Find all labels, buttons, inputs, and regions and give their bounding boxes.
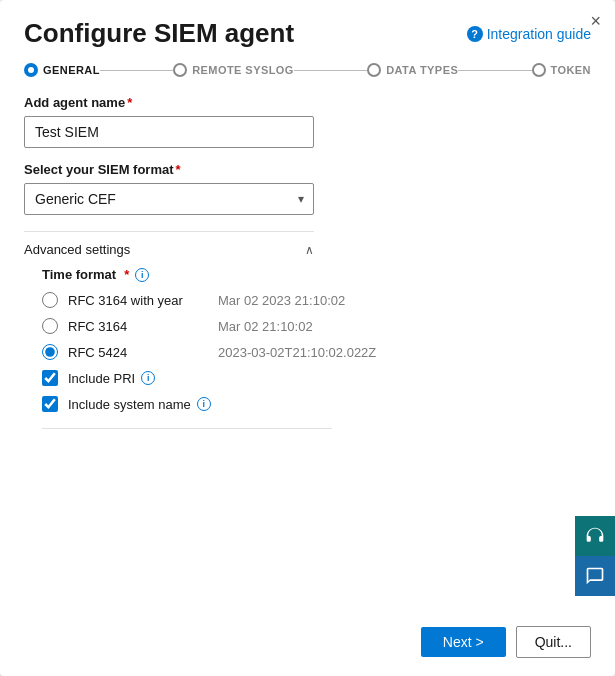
include-system-name-label[interactable]: Include system name i [68,397,211,412]
radio-rfc5424-sample: 2023-03-02T21:10:02.022Z [218,345,376,360]
step-line-1 [100,70,173,71]
radio-rfc3164-row: RFC 3164 Mar 02 21:10:02 [42,318,591,334]
step-general-dot [24,63,38,77]
step-remote-syslog-dot [173,63,187,77]
step-general[interactable]: GENERAL [24,63,100,77]
time-format-required: * [124,267,129,282]
step-token[interactable]: TOKEN [532,63,592,77]
radio-rfc3164[interactable] [42,318,58,334]
radio-rfc3164year-sample: Mar 02 2023 21:10:02 [218,293,345,308]
include-system-name-info-icon[interactable]: i [197,397,211,411]
siem-format-group: Select your SIEM format* Generic CEF Arc… [24,162,591,215]
integration-guide-link[interactable]: ? Integration guide [467,26,591,42]
step-data-types-dot [367,63,381,77]
step-remote-syslog[interactable]: REMOTE SYSLOG [173,63,294,77]
radio-rfc5424-row: RFC 5424 2023-03-02T21:10:02.022Z [42,344,591,360]
siem-format-select[interactable]: Generic CEF ArcSight QRadar Splunk [24,183,314,215]
radio-rfc3164-label[interactable]: RFC 3164 [68,319,208,334]
time-format-label: Time format * i [42,267,591,282]
modal-title: Configure SIEM agent [24,18,294,49]
radio-rfc5424-label[interactable]: RFC 5424 [68,345,208,360]
chevron-up-icon: ∧ [305,243,314,257]
include-pri-label[interactable]: Include PRI i [68,371,155,386]
include-system-name-checkbox[interactable] [42,396,58,412]
steps-bar: GENERAL REMOTE SYSLOG DATA TYPES TOKEN [0,49,615,77]
quit-button[interactable]: Quit... [516,626,591,658]
next-button[interactable]: Next > [421,627,506,657]
advanced-panel: Time format * i RFC 3164 with year Mar 0… [24,267,591,429]
include-system-name-row: Include system name i [42,396,591,412]
siem-format-label: Select your SIEM format* [24,162,591,177]
integration-guide-label: Integration guide [487,26,591,42]
advanced-settings-toggle[interactable]: Advanced settings ∧ [24,232,314,267]
time-format-info-icon[interactable]: i [135,268,149,282]
configure-siem-modal: × Configure SIEM agent ? Integration gui… [0,0,615,676]
headset-icon [585,526,605,546]
step-remote-syslog-label: REMOTE SYSLOG [192,64,294,76]
radio-rfc3164year[interactable] [42,292,58,308]
agent-name-group: Add agent name* [24,95,591,148]
chat-icon [585,566,605,586]
step-token-label: TOKEN [551,64,592,76]
modal-header: Configure SIEM agent ? Integration guide [0,0,615,49]
close-button[interactable]: × [590,12,601,30]
chat-icon-button[interactable] [575,556,615,596]
advanced-settings-label: Advanced settings [24,242,130,257]
include-pri-info-icon[interactable]: i [141,371,155,385]
include-pri-row: Include PRI i [42,370,591,386]
siem-format-required: * [176,162,181,177]
step-line-2 [294,70,367,71]
radio-rfc3164year-label[interactable]: RFC 3164 with year [68,293,208,308]
modal-body: Add agent name* Select your SIEM format*… [0,77,615,610]
radio-rfc3164year-row: RFC 3164 with year Mar 02 2023 21:10:02 [42,292,591,308]
agent-name-required: * [127,95,132,110]
step-line-3 [458,70,531,71]
step-data-types[interactable]: DATA TYPES [367,63,458,77]
step-token-dot [532,63,546,77]
agent-name-label: Add agent name* [24,95,591,110]
step-data-types-label: DATA TYPES [386,64,458,76]
step-general-label: GENERAL [43,64,100,76]
siem-format-select-wrapper: Generic CEF ArcSight QRadar Splunk ▾ [24,183,314,215]
radio-rfc3164-sample: Mar 02 21:10:02 [218,319,313,334]
agent-name-input[interactable] [24,116,314,148]
radio-rfc5424[interactable] [42,344,58,360]
support-icon-button[interactable] [575,516,615,556]
right-sidebar [575,516,615,596]
modal-footer: Next > Quit... [0,610,615,676]
include-pri-checkbox[interactable] [42,370,58,386]
integration-guide-icon: ? [467,26,483,42]
bottom-divider [42,428,332,429]
step-general-inner [28,67,34,73]
